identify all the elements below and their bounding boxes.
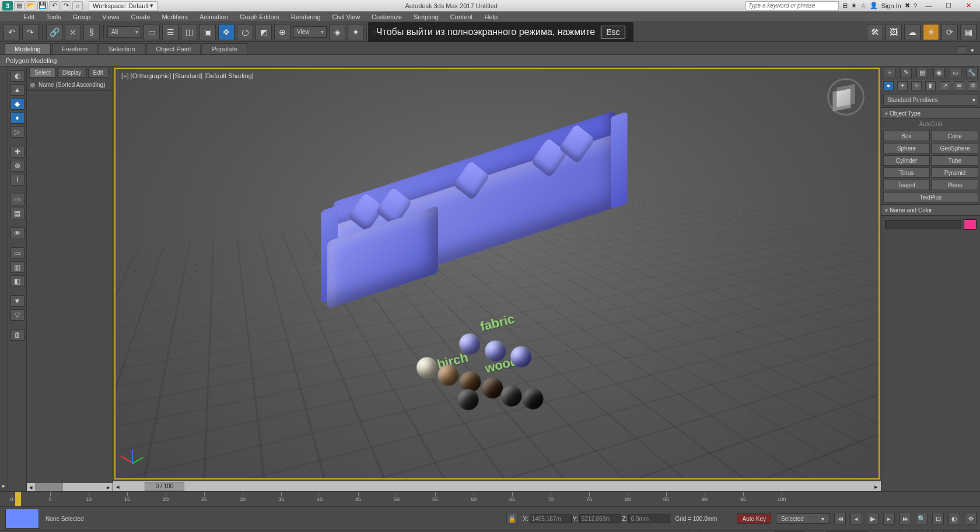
prev-frame-icon[interactable]: ◂ xyxy=(850,513,862,524)
timeslider-left-icon[interactable]: ◂ xyxy=(113,482,123,491)
undo-qat-icon[interactable]: ↶ xyxy=(49,1,60,10)
material-preview-thumb[interactable] xyxy=(5,509,39,528)
save-icon[interactable]: 💾 xyxy=(37,1,48,10)
autodesk-apps-icon[interactable]: ⊞ xyxy=(842,2,848,9)
lock-icon[interactable]: ▭ xyxy=(10,247,24,259)
filter-bone-icon[interactable]: ⌇ xyxy=(10,174,24,186)
obj-pyramid[interactable]: Pyramid xyxy=(932,167,978,178)
undo-button[interactable]: ↶ xyxy=(4,24,20,40)
fov-icon[interactable]: ◐ xyxy=(949,513,960,524)
scroll-left-icon[interactable]: ◂ xyxy=(27,483,35,491)
cat-cameras-icon[interactable]: ▮ xyxy=(925,81,936,90)
scene-tab-display[interactable]: Display xyxy=(57,68,87,78)
keymode-dropdown[interactable]: Selected▾ xyxy=(776,513,830,524)
workspace-dropdown[interactable]: Workspace: Default ▾ xyxy=(89,1,158,10)
menu-content[interactable]: Content xyxy=(444,13,479,20)
ribbon-tab-objectpaint[interactable]: Object Paint xyxy=(146,43,201,54)
scene-explorer-header[interactable]: Name (Sorted Ascending) xyxy=(27,79,113,91)
menu-group[interactable]: Group xyxy=(67,13,97,20)
layer-icon[interactable]: ◧ xyxy=(10,275,24,287)
z-input[interactable] xyxy=(628,514,670,523)
chevron-down-icon[interactable]: ▾ xyxy=(971,47,974,54)
user-icon[interactable]: 👤 xyxy=(870,2,878,9)
next-frame-icon[interactable]: ▸ xyxy=(883,513,895,524)
lock-selection-icon[interactable]: 🔒 xyxy=(506,513,518,524)
cmd-display-icon[interactable]: ▭ xyxy=(950,68,961,78)
star-icon[interactable]: ★ xyxy=(851,2,857,9)
cat-helpers-icon[interactable]: ↗ xyxy=(940,81,950,90)
filter-cameras-icon[interactable]: ▷ xyxy=(10,126,24,138)
pan-icon[interactable]: ✥ xyxy=(965,513,977,524)
obj-sphere[interactable]: Sphere xyxy=(883,143,930,153)
menu-tools[interactable]: Tools xyxy=(40,13,67,20)
cmd-motion-icon[interactable]: ◉ xyxy=(933,68,945,78)
maximize-button[interactable]: ☐ xyxy=(940,1,957,10)
scroll-thumb[interactable] xyxy=(35,483,63,491)
ribbon-tab-modeling[interactable]: Modeling xyxy=(5,43,51,54)
filter-shapes-icon[interactable]: ◆ xyxy=(10,98,24,110)
cat-spacewarps-icon[interactable]: ≋ xyxy=(954,81,964,90)
menu-grapheditors[interactable]: Graph Editors xyxy=(234,13,285,20)
category-dropdown[interactable]: Standard Primitives xyxy=(883,94,978,106)
menu-animation[interactable]: Animation xyxy=(194,13,234,20)
rollout-objecttype[interactable]: Object Type xyxy=(881,107,980,119)
search-input[interactable] xyxy=(746,1,839,10)
viewport[interactable]: [+] [Orthographic] [Standard] [Default S… xyxy=(114,68,880,480)
refcoord-dropdown[interactable]: View xyxy=(293,26,327,38)
trash-icon[interactable]: 🗑 xyxy=(10,329,24,341)
manip-button[interactable]: ✦ xyxy=(348,24,364,40)
render-production-button[interactable]: ☀ xyxy=(923,24,939,40)
link-button[interactable]: 🔗 xyxy=(46,24,62,40)
scroll-right-icon[interactable]: ▸ xyxy=(104,483,113,491)
viewport-label[interactable]: [+] [Orthographic] [Standard] [Default S… xyxy=(121,72,254,79)
ribbon-tab-freeform[interactable]: Freeform xyxy=(52,43,98,54)
time-slider[interactable]: ◂ 0 / 100 ▸ xyxy=(113,481,881,491)
cmd-utilities-icon[interactable]: 🔧 xyxy=(966,68,978,78)
rotate-button[interactable]: ⭯ xyxy=(237,24,253,40)
object-color-swatch[interactable] xyxy=(964,219,977,230)
cat-geometry-icon[interactable]: ● xyxy=(883,81,894,90)
redo-qat-icon[interactable]: ↷ xyxy=(61,1,71,10)
hide-icon[interactable]: 👁 xyxy=(10,228,24,239)
obj-teapot[interactable]: Teapot xyxy=(883,180,930,190)
filter-helpers-icon[interactable]: ✚ xyxy=(10,146,24,158)
pivot-button[interactable]: ◈ xyxy=(329,24,345,40)
expand-icon[interactable]: ▽ xyxy=(10,309,24,321)
y-input[interactable] xyxy=(579,514,621,523)
container-icon[interactable]: ▥ xyxy=(10,261,24,273)
object-name-input[interactable] xyxy=(885,220,961,229)
sort-icon[interactable]: ▼ xyxy=(10,295,24,307)
track-bar[interactable]: 0510152025303540455055606570758085909510… xyxy=(0,491,980,506)
viewcube-cube[interactable] xyxy=(836,84,855,107)
menu-edit[interactable]: Edit xyxy=(18,13,40,20)
menu-customize[interactable]: Customize xyxy=(366,13,408,20)
viewport-layout-tab[interactable]: ▸ xyxy=(0,66,8,491)
render-frame-button[interactable]: 🖼 xyxy=(886,24,902,40)
ribbon-toggle-icon[interactable] xyxy=(957,46,967,54)
unlink-button[interactable]: ⤫ xyxy=(65,24,81,40)
obj-geosphere[interactable]: GeoSphere xyxy=(932,143,978,153)
zoom-all-icon[interactable]: ⊡ xyxy=(932,513,944,524)
filter-all-icon[interactable]: ◐ xyxy=(10,70,24,82)
goto-end-icon[interactable]: ⏭ xyxy=(900,513,911,524)
filter-spacewarps-icon[interactable]: ⊛ xyxy=(10,160,24,172)
menu-help[interactable]: Help xyxy=(478,13,503,20)
autokey-button[interactable]: Auto Key xyxy=(737,513,771,524)
open-icon[interactable]: 📂 xyxy=(26,1,36,10)
render-iterative-button[interactable]: ⟳ xyxy=(942,24,958,40)
scene-tab-edit[interactable]: Edit xyxy=(88,68,108,78)
menu-create[interactable]: Create xyxy=(125,13,156,20)
help-icon[interactable]: ? xyxy=(914,2,917,9)
obj-cylinder[interactable]: Cylinder xyxy=(883,155,930,166)
bind-spacewarp-button[interactable]: § xyxy=(83,24,100,40)
ribbon-tab-populate[interactable]: Populate xyxy=(202,43,247,54)
x-input[interactable] xyxy=(530,514,572,523)
menu-civilview[interactable]: Civil View xyxy=(327,13,366,20)
autogrid-checkbox[interactable]: AutoGrid xyxy=(881,119,980,129)
obj-torus[interactable]: Torus xyxy=(883,167,930,178)
obj-tube[interactable]: Tube xyxy=(932,155,978,166)
cat-shapes-icon[interactable]: ✦ xyxy=(897,81,908,90)
menu-scripting[interactable]: Scripting xyxy=(408,13,444,20)
timeslider-right-icon[interactable]: ▸ xyxy=(872,482,881,491)
render-setup-button[interactable]: 🛠 xyxy=(867,24,883,40)
